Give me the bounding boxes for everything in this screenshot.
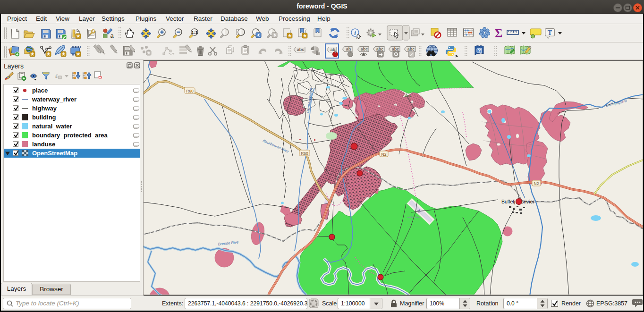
svg-text:Buffelj: Buffelj <box>501 199 515 204</box>
svg-text:R60: R60 <box>301 151 308 156</box>
svg-text:i: i <box>354 29 356 36</box>
svg-text:R60: R60 <box>186 89 194 93</box>
svg-text:ε: ε <box>55 72 58 79</box>
svg-text:N2: N2 <box>381 152 387 157</box>
svg-text:bos: bos <box>405 93 411 98</box>
svg-text:N2: N2 <box>534 181 539 186</box>
svg-text:a: a <box>110 32 114 39</box>
svg-text:T: T <box>548 29 552 36</box>
svg-text:abc: abc <box>361 47 368 51</box>
svg-text:?: ? <box>478 48 481 53</box>
svg-text:srivier: srivier <box>521 199 535 204</box>
svg-text:Σ: Σ <box>495 27 502 40</box>
svg-text:1:1: 1:1 <box>191 30 197 35</box>
svg-text:abc: abc <box>297 47 305 52</box>
